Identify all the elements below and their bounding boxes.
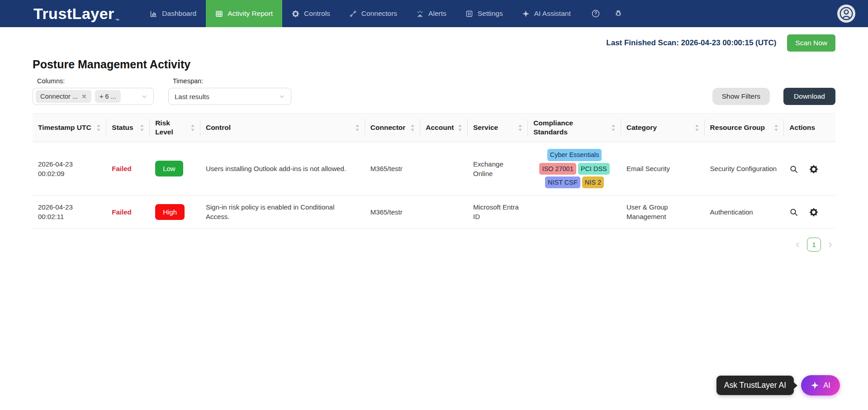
cell-status: Failed xyxy=(106,142,150,195)
top-navbar: TrustLayer™ DashboardActivity ReportCont… xyxy=(0,0,868,27)
compliance-badge: Cyber Essentials xyxy=(547,149,602,161)
timespan-value: Last results xyxy=(175,93,209,100)
sort-icon[interactable] xyxy=(455,124,462,131)
bar-chart-icon xyxy=(150,10,157,18)
last-scan-label: Last Finished Scan: 2026-04-23 00:00:15 … xyxy=(606,38,776,48)
columns-overflow-chip[interactable]: + 6 ... xyxy=(95,90,121,103)
table-row: 2026-04-2300:02:09FailedLowUsers install… xyxy=(33,142,835,195)
scan-now-button[interactable]: Scan Now xyxy=(787,34,835,52)
gear-icon xyxy=(292,10,299,18)
gear-icon[interactable] xyxy=(809,208,818,217)
filters-row: Columns: Connector ... + 6 ... Timespan:… xyxy=(0,71,868,105)
help-icon[interactable] xyxy=(591,9,600,18)
sort-icon[interactable] xyxy=(608,124,616,131)
timespan-select[interactable]: Last results xyxy=(168,88,291,105)
cell-compliance-standards: Cyber EssentialsISO 27001PCI DSSNIST CSF… xyxy=(528,142,621,195)
chip-label: + 6 ... xyxy=(100,93,116,100)
sliders-icon xyxy=(465,10,473,18)
sort-icon[interactable] xyxy=(408,124,415,131)
timespan-filter: Timespan: Last results xyxy=(168,77,291,105)
user-avatar[interactable] xyxy=(837,5,855,23)
chevron-down-icon xyxy=(141,93,148,100)
cell-service: Microsoft Entra ID xyxy=(468,195,528,229)
current-page[interactable]: 1 xyxy=(807,238,821,252)
column-header-timestamp-utc[interactable]: Timestamp UTC xyxy=(33,114,106,142)
column-header-resource-group[interactable]: Resource Group xyxy=(705,114,784,142)
nav-item-alerts[interactable]: Alerts xyxy=(407,0,456,27)
sort-icon[interactable] xyxy=(352,124,360,131)
table-icon xyxy=(215,10,223,18)
nav-item-dashboard[interactable]: Dashboard xyxy=(140,0,206,27)
column-header-risk-level[interactable]: Risk Level xyxy=(150,114,200,142)
column-header-status[interactable]: Status xyxy=(106,114,150,142)
column-header-service[interactable]: Service xyxy=(468,114,528,142)
ai-tooltip: Ask TrustLayer AI xyxy=(716,376,794,395)
nav-item-label: Alerts xyxy=(428,10,446,18)
cell-risk-level: High xyxy=(150,195,200,229)
ai-assistant-button[interactable]: AI xyxy=(801,375,840,396)
table-row: 2026-04-2300:02:11FailedHighSign-in risk… xyxy=(33,195,835,229)
cell-connector: M365/testr xyxy=(365,195,420,229)
column-header-connector[interactable]: Connector xyxy=(365,114,420,142)
columns-label: Columns: xyxy=(33,77,154,85)
nav-item-connectors[interactable]: Connectors xyxy=(340,0,407,27)
pagination: 1 xyxy=(0,229,868,252)
nav-item-settings[interactable]: Settings xyxy=(456,0,512,27)
sort-icon[interactable] xyxy=(137,124,144,131)
cell-connector: M365/testr xyxy=(365,142,420,195)
cell-timestamp: 2026-04-2300:02:11 xyxy=(33,195,106,229)
nav-item-controls[interactable]: Controls xyxy=(282,0,340,27)
nav-item-label: AI Assistant xyxy=(534,10,571,18)
nav-utility-icons xyxy=(580,0,627,27)
compliance-badge: NIST CSF xyxy=(545,176,580,188)
cell-account xyxy=(420,142,468,195)
column-header-control[interactable]: Control xyxy=(200,114,365,142)
chevron-down-icon xyxy=(279,93,285,100)
cell-service: Exchange Online xyxy=(468,142,528,195)
cell-timestamp: 2026-04-2300:02:09 xyxy=(33,142,106,195)
cell-resource-group: Security Configuration xyxy=(705,142,784,195)
sort-icon[interactable] xyxy=(188,124,195,131)
cell-status: Failed xyxy=(106,195,150,229)
nav-item-label: Controls xyxy=(304,10,330,18)
status-badge: Failed xyxy=(112,165,131,172)
ai-button-label: AI xyxy=(823,381,830,390)
sort-icon[interactable] xyxy=(515,124,522,131)
ai-assistant-widget: Ask TrustLayer AI AI xyxy=(716,375,840,396)
scan-status-bar: Last Finished Scan: 2026-04-23 00:00:15 … xyxy=(0,27,868,52)
alarm-icon xyxy=(416,10,424,18)
prev-page-icon[interactable] xyxy=(794,241,802,248)
next-page-icon[interactable] xyxy=(826,241,834,248)
columns-select[interactable]: Connector ... + 6 ... xyxy=(33,88,154,105)
search-icon[interactable] xyxy=(789,165,798,174)
column-header-category[interactable]: Category xyxy=(621,114,705,142)
nav-item-activity-report[interactable]: Activity Report xyxy=(206,0,282,27)
connector-icon xyxy=(349,10,357,18)
sort-icon[interactable] xyxy=(94,124,101,131)
brand-logo[interactable]: TrustLayer™ xyxy=(0,0,140,27)
compliance-badge: NIS 2 xyxy=(582,176,604,188)
column-header-actions: Actions xyxy=(784,114,835,142)
sort-icon[interactable] xyxy=(692,124,699,131)
sparkle-icon xyxy=(522,10,530,18)
cell-risk-level: Low xyxy=(150,142,200,195)
show-filters-button[interactable]: Show Filters xyxy=(712,88,770,105)
nav-item-ai-assistant[interactable]: AI Assistant xyxy=(512,0,580,27)
bug-report-icon[interactable] xyxy=(614,9,623,18)
download-button[interactable]: Download xyxy=(783,88,835,105)
gear-icon[interactable] xyxy=(809,165,818,174)
page-title: Posture Management Activity xyxy=(0,58,868,71)
status-badge: Failed xyxy=(112,208,131,216)
search-icon[interactable] xyxy=(789,208,798,217)
table-header-row: Timestamp UTCStatusRisk LevelControlConn… xyxy=(33,114,835,142)
cell-control: Sign-in risk policy is enabled in Condit… xyxy=(200,195,365,229)
remove-chip-icon[interactable] xyxy=(81,94,87,99)
sort-icon[interactable] xyxy=(771,124,778,131)
column-header-account[interactable]: Account xyxy=(420,114,468,142)
column-header-compliance-standards[interactable]: Compliance Standards xyxy=(528,114,621,142)
compliance-badge: PCI DSS xyxy=(578,163,610,175)
cell-compliance-standards xyxy=(528,195,621,229)
cell-control: Users installing Outlook add-ins is not … xyxy=(200,142,365,195)
avatar-area xyxy=(837,0,868,27)
columns-chip-connector[interactable]: Connector ... xyxy=(36,90,91,103)
